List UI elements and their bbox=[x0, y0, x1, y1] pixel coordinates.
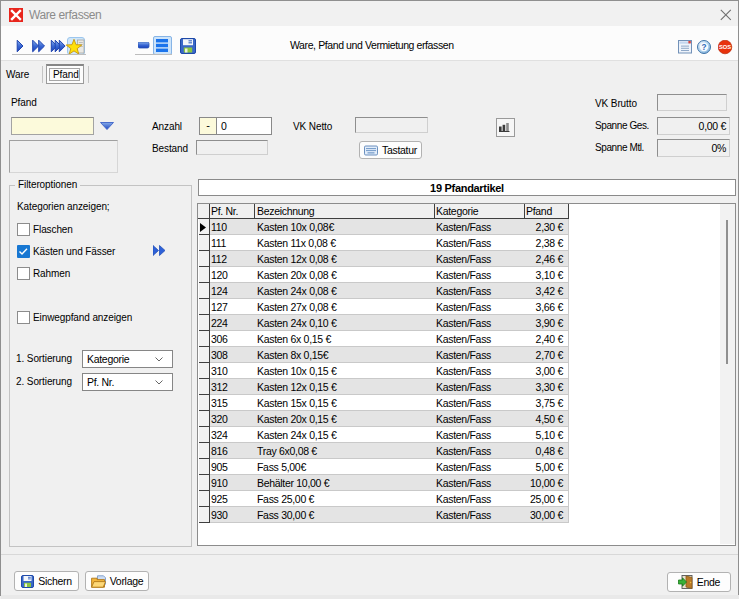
svg-text:SOS: SOS bbox=[719, 44, 731, 50]
svg-text:?: ? bbox=[701, 43, 706, 52]
